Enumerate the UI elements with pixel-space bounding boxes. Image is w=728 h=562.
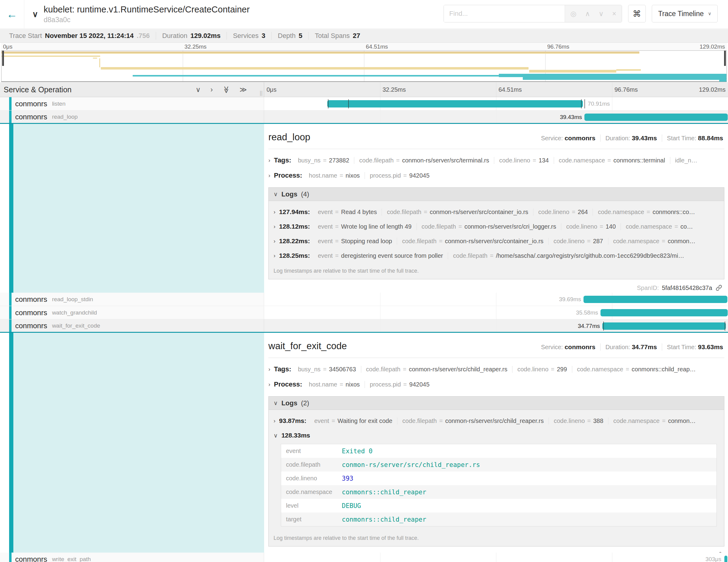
tag-key: code.namespace bbox=[559, 157, 605, 164]
row-gridline bbox=[380, 111, 380, 123]
find-input[interactable] bbox=[444, 5, 565, 22]
equals: = bbox=[323, 366, 327, 373]
span-row-write-exit-path[interactable]: conmonrs write_exit_path 303μs bbox=[0, 553, 728, 562]
ruler-tick: 129.02ms bbox=[699, 86, 726, 93]
detail-span-title: wait_for_exit_code bbox=[268, 341, 347, 352]
span-row-name-cell[interactable]: conmonrs listen bbox=[0, 97, 264, 110]
logs-accordion-header[interactable]: ∨ Logs (2) bbox=[269, 397, 724, 410]
tags-accordion[interactable]: › Tags: busy_ns=273882 code.filepath=con… bbox=[268, 156, 724, 164]
log-value: conmon-rs/server/src/container_io.rs bbox=[445, 238, 544, 245]
ruler-tick: 32.25ms bbox=[383, 86, 406, 93]
next-match-icon[interactable]: ∨ bbox=[599, 10, 604, 18]
copy-link-icon[interactable] bbox=[715, 284, 723, 291]
span-row-read-loop-stdin[interactable]: conmonrs read_loop_stdin 39.69ms bbox=[0, 293, 728, 306]
log-entry[interactable]: › 93.87ms: event=Waiting for exit code c… bbox=[274, 417, 724, 424]
meta-label: Start Time: bbox=[667, 344, 696, 350]
span-row-timeline-cell[interactable]: 303μs bbox=[264, 553, 728, 562]
log-entry[interactable]: › 127.94ms: event=Read 4 bytes code.file… bbox=[274, 208, 724, 216]
detail-panel: read_loop Service: conmonrs Duration: 39… bbox=[264, 124, 728, 293]
minimap-span bbox=[523, 77, 726, 80]
span-row-name-cell[interactable]: conmonrs write_exit_path bbox=[0, 553, 264, 562]
detail-span-title: read_loop bbox=[268, 132, 310, 143]
equals: = bbox=[587, 238, 590, 245]
span-bar[interactable] bbox=[724, 556, 727, 562]
ruler-gridline bbox=[496, 82, 496, 97]
minimap-tick: 0μs bbox=[3, 43, 12, 50]
minimap-drag-handle-right[interactable] bbox=[724, 51, 726, 66]
tag-value: conmonrs::terminal bbox=[614, 157, 665, 164]
service-color-bar bbox=[9, 293, 12, 306]
span-bar[interactable] bbox=[327, 100, 583, 107]
locate-icon[interactable]: ◎ bbox=[570, 10, 577, 18]
span-row-timeline-cell[interactable]: 39.43ms bbox=[264, 111, 728, 123]
minimap-tick: 96.76ms bbox=[547, 43, 570, 50]
meta-value: 34.77ms bbox=[632, 343, 657, 350]
detail-span-meta: Service: conmonrs Duration: 34.77ms Star… bbox=[536, 343, 724, 351]
timeline-minimap[interactable] bbox=[1, 50, 727, 82]
span-bar[interactable] bbox=[602, 322, 726, 330]
log-timestamp: 128.12ms: bbox=[279, 223, 310, 230]
log-fields-table: event Exited 0 code.filepath conmon-rs/s… bbox=[281, 444, 717, 526]
log-key: code.filepath bbox=[422, 223, 456, 230]
span-row-read-loop[interactable]: conmonrs read_loop 39.43ms bbox=[0, 111, 728, 124]
span-row-timeline-cell[interactable]: 34.77ms bbox=[264, 319, 728, 332]
meta-value: 39.43ms bbox=[632, 135, 657, 141]
equals: = bbox=[340, 172, 343, 179]
service-operation-header: Service & Operation ∨ › ≫ ≫ || bbox=[0, 82, 264, 97]
log-key: code.namespace bbox=[626, 223, 672, 230]
clear-search-icon[interactable]: × bbox=[612, 10, 616, 18]
field-value: conmonrs::child_reaper bbox=[342, 489, 426, 496]
view-selector-dropdown[interactable]: Trace Timeline ∨ bbox=[652, 5, 718, 22]
logs-accordion-header[interactable]: ∨ Logs (4) bbox=[269, 188, 724, 201]
span-row-listen[interactable]: conmonrs listen 70.91ms bbox=[0, 97, 728, 111]
span-row-name-cell[interactable]: conmonrs read_loop bbox=[0, 111, 264, 123]
span-bar[interactable] bbox=[584, 114, 728, 121]
span-row-wait-for-exit-code[interactable]: conmonrs wait_for_exit_code 34.77ms bbox=[0, 319, 728, 333]
log-tick bbox=[328, 99, 328, 108]
span-bar[interactable] bbox=[583, 296, 727, 303]
expand-all-icon[interactable]: ≫ bbox=[240, 86, 247, 94]
log-field: code.filepath=conmon-rs/server/src/conta… bbox=[397, 238, 548, 245]
service-operation-title: Service & Operation bbox=[0, 85, 72, 94]
span-row-timeline-cell[interactable]: 70.91ms bbox=[264, 97, 728, 110]
expand-one-icon[interactable]: › bbox=[210, 86, 213, 94]
equals: = bbox=[675, 223, 678, 230]
back-button[interactable]: ← bbox=[0, 0, 24, 29]
log-entry[interactable]: › 128.22ms: event=Stopping read loop cod… bbox=[274, 237, 724, 245]
span-row-name-cell[interactable]: conmonrs read_loop_stdin bbox=[0, 293, 264, 306]
tags-accordion[interactable]: › Tags: busy_ns=34506763 code.filepath=c… bbox=[268, 365, 724, 373]
span-bar[interactable] bbox=[600, 309, 728, 316]
column-resizer-handle[interactable]: || bbox=[260, 90, 263, 96]
equals: = bbox=[340, 381, 343, 388]
process-accordion[interactable]: › Process: host.name=nixos process.pid=9… bbox=[268, 172, 724, 179]
log-value: Waiting for exit code bbox=[338, 417, 392, 424]
equals: = bbox=[439, 238, 443, 245]
span-row-timeline-cell[interactable]: 39.69ms bbox=[264, 293, 728, 306]
log-value: conmon-rs/server/src/child_reaper.rs bbox=[445, 417, 544, 424]
span-row-watch-grandchild[interactable]: conmonrs watch_grandchild 35.58ms bbox=[0, 306, 728, 319]
minimap-drag-handle-left[interactable] bbox=[2, 51, 4, 66]
detail-start-time: Start Time: 88.84ms bbox=[662, 135, 724, 142]
detail-gutter bbox=[0, 124, 9, 293]
log-entry[interactable]: › 128.12ms: event=Wrote log line of leng… bbox=[274, 223, 724, 230]
process-accordion[interactable]: › Process: host.name=nixos process.pid=9… bbox=[268, 380, 724, 388]
span-row-timeline-cell[interactable]: 35.58ms bbox=[264, 306, 728, 319]
minimap-span bbox=[2, 52, 639, 54]
collapse-one-icon[interactable]: ∨ bbox=[196, 86, 201, 94]
expanded-log-header[interactable]: ∨ 128.33ms bbox=[274, 432, 724, 439]
equals: = bbox=[403, 366, 407, 373]
chevron-right-icon: › bbox=[268, 366, 270, 373]
equals: = bbox=[662, 238, 665, 245]
minimap-span bbox=[529, 70, 616, 73]
span-row-name-cell[interactable]: conmonrs watch_grandchild bbox=[0, 306, 264, 319]
log-entry[interactable]: › 128.25ms: event=deregistering event so… bbox=[274, 252, 724, 259]
prev-match-icon[interactable]: ∧ bbox=[585, 10, 590, 18]
meta-label: Service: bbox=[541, 344, 563, 350]
chevron-down-icon: ∨ bbox=[274, 432, 278, 439]
span-id-label: SpanID: bbox=[637, 284, 659, 291]
keyboard-shortcuts-button[interactable]: ⌘ bbox=[628, 5, 646, 22]
span-row-name-cell[interactable]: conmonrs wait_for_exit_code bbox=[0, 319, 264, 332]
collapse-all-icon[interactable]: ≫ bbox=[222, 86, 230, 93]
meta-label: Duration: bbox=[605, 135, 630, 141]
trace-collapse-toggle[interactable]: ∨ bbox=[24, 0, 38, 29]
